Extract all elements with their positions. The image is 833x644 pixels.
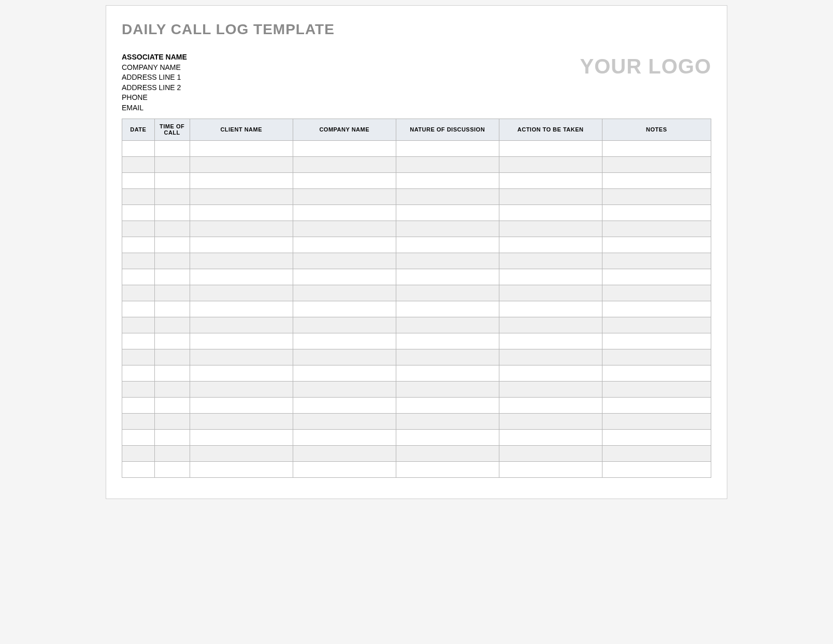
cell-date[interactable] bbox=[122, 429, 155, 445]
cell-time[interactable] bbox=[154, 221, 190, 237]
cell-date[interactable] bbox=[122, 349, 155, 365]
cell-time[interactable] bbox=[154, 285, 190, 301]
cell-date[interactable] bbox=[122, 188, 155, 204]
cell-date[interactable] bbox=[122, 461, 155, 477]
cell-time[interactable] bbox=[154, 445, 190, 461]
cell-notes[interactable] bbox=[602, 365, 711, 381]
cell-action[interactable] bbox=[499, 397, 602, 413]
cell-notes[interactable] bbox=[602, 253, 711, 269]
cell-notes[interactable] bbox=[602, 140, 711, 156]
cell-company[interactable] bbox=[293, 397, 396, 413]
cell-date[interactable] bbox=[122, 253, 155, 269]
cell-notes[interactable] bbox=[602, 285, 711, 301]
cell-nature[interactable] bbox=[396, 301, 499, 317]
cell-date[interactable] bbox=[122, 285, 155, 301]
cell-nature[interactable] bbox=[396, 140, 499, 156]
cell-company[interactable] bbox=[293, 188, 396, 204]
cell-company[interactable] bbox=[293, 429, 396, 445]
cell-client[interactable] bbox=[190, 188, 293, 204]
cell-client[interactable] bbox=[190, 285, 293, 301]
cell-company[interactable] bbox=[293, 413, 396, 429]
cell-notes[interactable] bbox=[602, 237, 711, 253]
cell-nature[interactable] bbox=[396, 204, 499, 221]
cell-client[interactable] bbox=[190, 349, 293, 365]
cell-company[interactable] bbox=[293, 333, 396, 349]
cell-company[interactable] bbox=[293, 317, 396, 333]
cell-notes[interactable] bbox=[602, 429, 711, 445]
cell-notes[interactable] bbox=[602, 221, 711, 237]
cell-action[interactable] bbox=[499, 269, 602, 285]
cell-time[interactable] bbox=[154, 461, 190, 477]
cell-date[interactable] bbox=[122, 172, 155, 188]
cell-date[interactable] bbox=[122, 381, 155, 397]
cell-time[interactable] bbox=[154, 381, 190, 397]
cell-company[interactable] bbox=[293, 269, 396, 285]
cell-date[interactable] bbox=[122, 204, 155, 221]
cell-nature[interactable] bbox=[396, 221, 499, 237]
cell-time[interactable] bbox=[154, 237, 190, 253]
cell-client[interactable] bbox=[190, 253, 293, 269]
cell-client[interactable] bbox=[190, 461, 293, 477]
cell-date[interactable] bbox=[122, 140, 155, 156]
cell-client[interactable] bbox=[190, 429, 293, 445]
cell-company[interactable] bbox=[293, 140, 396, 156]
cell-action[interactable] bbox=[499, 349, 602, 365]
cell-time[interactable] bbox=[154, 269, 190, 285]
cell-action[interactable] bbox=[499, 445, 602, 461]
cell-notes[interactable] bbox=[602, 413, 711, 429]
cell-date[interactable] bbox=[122, 445, 155, 461]
cell-client[interactable] bbox=[190, 397, 293, 413]
cell-nature[interactable] bbox=[396, 349, 499, 365]
cell-client[interactable] bbox=[190, 445, 293, 461]
cell-time[interactable] bbox=[154, 429, 190, 445]
cell-client[interactable] bbox=[190, 413, 293, 429]
cell-notes[interactable] bbox=[602, 349, 711, 365]
cell-notes[interactable] bbox=[602, 461, 711, 477]
cell-company[interactable] bbox=[293, 172, 396, 188]
cell-client[interactable] bbox=[190, 140, 293, 156]
cell-time[interactable] bbox=[154, 365, 190, 381]
cell-date[interactable] bbox=[122, 413, 155, 429]
cell-nature[interactable] bbox=[396, 269, 499, 285]
cell-client[interactable] bbox=[190, 333, 293, 349]
cell-action[interactable] bbox=[499, 204, 602, 221]
cell-action[interactable] bbox=[499, 285, 602, 301]
cell-action[interactable] bbox=[499, 381, 602, 397]
cell-time[interactable] bbox=[154, 140, 190, 156]
cell-action[interactable] bbox=[499, 237, 602, 253]
cell-time[interactable] bbox=[154, 397, 190, 413]
cell-notes[interactable] bbox=[602, 188, 711, 204]
cell-client[interactable] bbox=[190, 365, 293, 381]
cell-client[interactable] bbox=[190, 269, 293, 285]
cell-date[interactable] bbox=[122, 221, 155, 237]
cell-nature[interactable] bbox=[396, 188, 499, 204]
cell-client[interactable] bbox=[190, 301, 293, 317]
cell-notes[interactable] bbox=[602, 172, 711, 188]
cell-action[interactable] bbox=[499, 333, 602, 349]
cell-nature[interactable] bbox=[396, 172, 499, 188]
cell-company[interactable] bbox=[293, 381, 396, 397]
cell-action[interactable] bbox=[499, 140, 602, 156]
cell-company[interactable] bbox=[293, 301, 396, 317]
cell-nature[interactable] bbox=[396, 333, 499, 349]
cell-action[interactable] bbox=[499, 429, 602, 445]
cell-notes[interactable] bbox=[602, 445, 711, 461]
cell-nature[interactable] bbox=[396, 397, 499, 413]
cell-time[interactable] bbox=[154, 172, 190, 188]
cell-date[interactable] bbox=[122, 365, 155, 381]
cell-client[interactable] bbox=[190, 172, 293, 188]
cell-action[interactable] bbox=[499, 461, 602, 477]
cell-action[interactable] bbox=[499, 365, 602, 381]
cell-client[interactable] bbox=[190, 317, 293, 333]
cell-date[interactable] bbox=[122, 237, 155, 253]
cell-action[interactable] bbox=[499, 221, 602, 237]
cell-nature[interactable] bbox=[396, 429, 499, 445]
cell-time[interactable] bbox=[154, 156, 190, 172]
cell-notes[interactable] bbox=[602, 301, 711, 317]
cell-company[interactable] bbox=[293, 156, 396, 172]
cell-nature[interactable] bbox=[396, 445, 499, 461]
cell-nature[interactable] bbox=[396, 253, 499, 269]
cell-nature[interactable] bbox=[396, 156, 499, 172]
cell-date[interactable] bbox=[122, 269, 155, 285]
cell-notes[interactable] bbox=[602, 317, 711, 333]
